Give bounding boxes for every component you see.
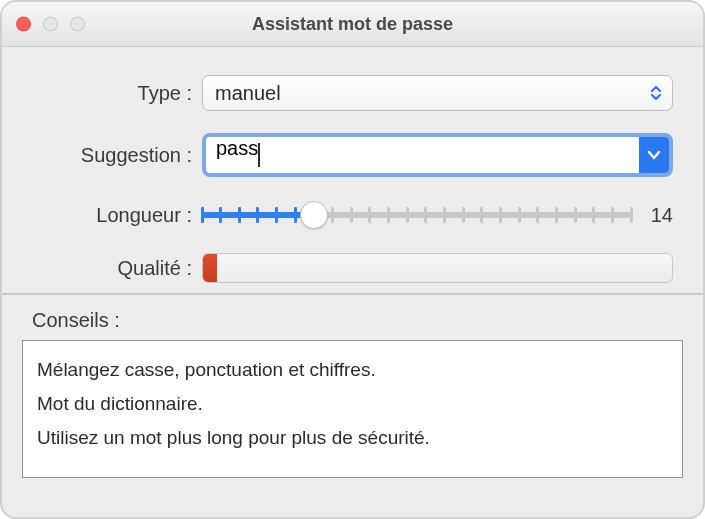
zoom-icon[interactable] <box>70 17 85 32</box>
length-value: 14 <box>647 204 673 227</box>
suggestion-dropdown-button[interactable] <box>639 137 669 173</box>
suggestion-combo <box>202 133 673 177</box>
type-popup[interactable]: manuel <box>202 75 673 111</box>
quality-fill <box>203 254 217 282</box>
text-caret-icon <box>258 143 260 167</box>
quality-row: Qualité : <box>32 253 673 283</box>
title-bar[interactable]: Assistant mot de passe <box>2 2 703 47</box>
suggestion-row: Suggestion : <box>32 133 673 177</box>
quality-label: Qualité : <box>32 257 202 280</box>
type-label: Type : <box>32 82 202 105</box>
type-value: manuel <box>215 82 281 105</box>
type-row: Type : manuel <box>32 75 673 111</box>
slider-thumb[interactable] <box>300 201 328 229</box>
length-row: Longueur : 14 <box>32 199 673 231</box>
length-label: Longueur : <box>32 204 202 227</box>
suggestion-input[interactable] <box>206 137 479 160</box>
form-area: Type : manuel Suggestion : <box>2 47 703 283</box>
close-icon[interactable] <box>16 17 31 32</box>
suggestion-label: Suggestion : <box>32 144 202 167</box>
tip-line: Mélangez casse, ponctuation et chiffres. <box>37 353 668 387</box>
chevron-down-icon <box>647 150 661 160</box>
window-controls <box>16 17 85 32</box>
tips-box: Mélangez casse, ponctuation et chiffres.… <box>22 340 683 478</box>
length-slider[interactable] <box>202 199 631 231</box>
tip-line: Utilisez un mot plus long pour plus de s… <box>37 421 668 455</box>
quality-meter <box>202 253 673 283</box>
tip-line: Mot du dictionnaire. <box>37 387 668 421</box>
window-title: Assistant mot de passe <box>252 14 453 35</box>
tips-header: Conseils : <box>2 295 703 340</box>
chevron-up-down-icon <box>646 82 666 104</box>
password-assistant-window: Assistant mot de passe Type : manuel <box>0 0 705 519</box>
minimize-icon[interactable] <box>43 17 58 32</box>
